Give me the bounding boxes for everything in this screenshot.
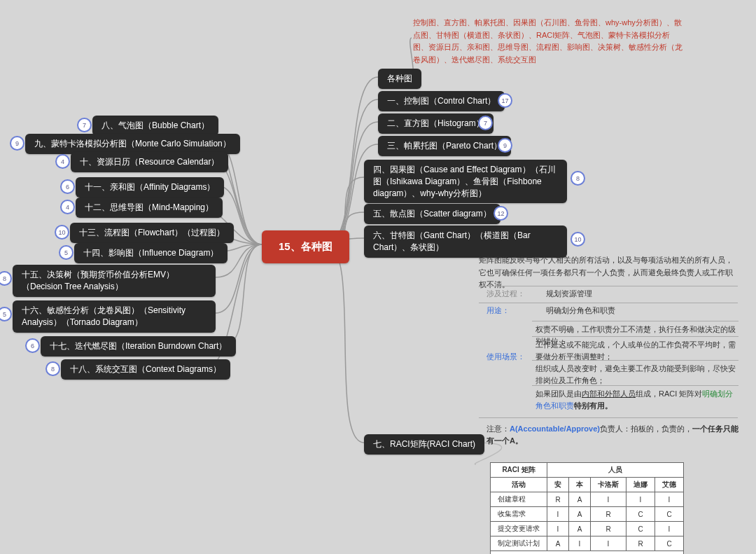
mindmap-root[interactable]: 15、各种图 (262, 230, 349, 263)
badge: 8 (0, 271, 12, 286)
badge: 8 (570, 171, 585, 186)
left-node-0[interactable]: 八、气泡图（Bubble Chart） (92, 116, 218, 136)
detail-value: 明确划分角色和职责 (546, 305, 615, 316)
left-node-1[interactable]: 九、蒙特卡洛模拟分析图（Monte Carlo Simulation） (25, 134, 240, 154)
left-node-5[interactable]: 十三、流程图（Flowchart）（过程图） (70, 223, 234, 243)
right-node-7[interactable]: 七、RACI矩阵(RACI Chart) (364, 434, 484, 455)
detail-label: 涉及过程： (486, 289, 525, 299)
right-node-0[interactable]: 各种图 (378, 69, 421, 89)
left-node-10[interactable]: 十八、系统交互图（Context Diagrams） (61, 359, 230, 380)
left-node-9[interactable]: 十七、迭代燃尽图（Iteration Burndown Chart） (41, 336, 236, 356)
scenario-item: 工作延迟或不能完成，个人或单位的工作负荷不平均时，需要做分析平衡调整时； (536, 339, 738, 362)
badge: 6 (25, 338, 40, 353)
right-node-3[interactable]: 三、帕累托图（Pareto Chart） (378, 136, 511, 156)
left-node-8[interactable]: 十六、敏感性分析（龙卷风图）（Sensitivity Analysis）（Tor… (13, 300, 216, 333)
badge: 4 (60, 200, 75, 214)
left-node-6[interactable]: 十四、影响图（Influence Diagram） (74, 243, 227, 263)
badge: 8 (46, 361, 60, 376)
badge: 10 (570, 232, 585, 247)
detail-label: 用途： (486, 305, 510, 316)
left-node-7[interactable]: 十五、决策树（预期货币价值分析EMV）（Decision Tree Analys… (13, 265, 216, 297)
raci-table: RACI 矩阵人员活动安本卡洛斯迪娜艾德创建章程RAIII收集需求IARCC提交… (490, 462, 684, 554)
badge: 7 (77, 118, 92, 132)
left-node-2[interactable]: 十、资源日历（Resource Calendar） (71, 152, 228, 172)
raci-note: 注意：A(Accountable/Approve)负责人：拍板的，负责的，一个任… (486, 423, 738, 446)
right-node-6[interactable]: 六、甘特图（Gantt Chart）（横道图（Bar Chart）、条状图） (364, 226, 567, 258)
right-node-5[interactable]: 五、散点图（Scatter diagram） (364, 204, 500, 224)
badge: 6 (60, 179, 75, 194)
badge: 9 (498, 138, 512, 153)
right-node-2[interactable]: 二、直方图（Histogram） (378, 113, 493, 134)
left-node-4[interactable]: 十二、思维导图（Mind-Mapping） (76, 198, 223, 218)
right-node-1[interactable]: 一、控制图（Control Chart） (378, 91, 505, 111)
left-node-3[interactable]: 十一、亲和图（Affinity Diagrams） (76, 177, 224, 198)
badge: 5 (0, 307, 12, 321)
scenario-item-rich: 如果团队是由内部和外部人员组成，RACI 矩阵对明确划分角色和职责特别有用。 (536, 388, 738, 411)
right-node-4[interactable]: 四、因果图（Cause and Effect Diagram）（石川图（Ishi… (364, 160, 567, 203)
badge: 9 (10, 136, 24, 151)
badge: 17 (498, 93, 512, 108)
chart-types-summary: 控制图、直方图、帕累托图、因果图（石川图、鱼骨图、why-why分析图）、散点图… (413, 17, 682, 66)
badge: 7 (478, 116, 493, 130)
badge: 12 (493, 206, 508, 221)
detail-value: 规划资源管理 (546, 289, 592, 299)
scenario-label: 使用场景： (486, 352, 525, 362)
scenario-item: 组织或人员改变时，避免主要工作及功能受到影响，尽快安排岗位及工作角色； (536, 363, 738, 386)
badge: 10 (55, 225, 69, 240)
badge: 5 (59, 245, 74, 260)
badge: 4 (55, 154, 70, 169)
